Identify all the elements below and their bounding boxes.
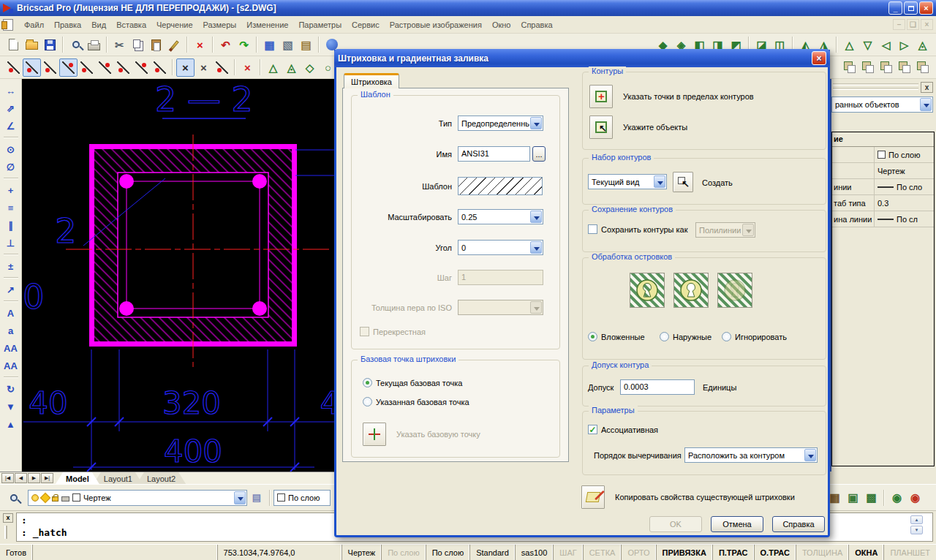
tolerance-input[interactable]: 0.0003 — [620, 379, 695, 395]
render-sphere-icon[interactable]: ◉ — [888, 488, 906, 507]
islands-ignore-label[interactable]: Игнорировать — [735, 333, 787, 341]
current-origin-radio[interactable] — [363, 378, 372, 387]
delete-icon[interactable]: × — [191, 36, 209, 54]
island-ignore-image[interactable] — [717, 273, 752, 308]
mdi-minimize-button[interactable]: – — [893, 19, 905, 30]
drawing-explorer-icon[interactable]: ▦ — [260, 36, 279, 54]
layer-combo[interactable]: Чертеж — [28, 490, 247, 506]
menu-параметры[interactable]: Параметры — [293, 18, 347, 31]
islands-nested-label[interactable]: Вложенные — [601, 333, 645, 341]
island-nested-image[interactable] — [630, 273, 665, 308]
status-toggle-чертеж[interactable]: Чертеж — [341, 545, 382, 560]
panel-grip[interactable] — [833, 83, 918, 86]
open-icon[interactable] — [23, 36, 41, 54]
snap-midpoint-icon[interactable] — [41, 58, 59, 77]
hide-icon[interactable]: ◁ — [877, 36, 895, 54]
tab-scroll-button-2[interactable]: ▶ — [28, 473, 40, 483]
retain-checkbox[interactable] — [588, 224, 597, 234]
menu-черчение[interactable]: Черчение — [151, 18, 198, 31]
dim-tolerance-icon[interactable]: ± — [2, 257, 20, 275]
layer-states-button[interactable]: ▤ — [247, 488, 266, 507]
dim-align-text-icon[interactable]: AA — [2, 339, 20, 357]
undo-icon[interactable]: ↶ — [216, 36, 235, 54]
draworder-front-icon[interactable] — [840, 58, 858, 77]
notes-icon[interactable]: ▤ — [297, 36, 315, 54]
new-icon[interactable] — [4, 36, 23, 54]
tab-scroll-button-3[interactable]: ▶| — [41, 473, 53, 483]
dim-text-icon[interactable]: A — [2, 304, 20, 322]
property-row[interactable]: По слою — [832, 147, 934, 163]
solid-pyramid-icon[interactable]: ◬ — [282, 58, 301, 77]
settings-icon[interactable]: ▧ — [279, 36, 297, 54]
snap-insertion-icon[interactable] — [132, 58, 151, 77]
status-toggle-о-трас[interactable]: О.ТРАС — [754, 545, 796, 560]
menu-правка[interactable]: Правка — [49, 18, 86, 31]
snap-none-icon[interactable]: × — [176, 58, 195, 77]
angle-combo[interactable]: 0 — [458, 240, 543, 255]
hide-sphere-icon[interactable]: ◉ — [906, 488, 924, 507]
scale-combo[interactable]: 0.25 — [458, 209, 543, 224]
status-coordinates[interactable]: 753.1034,74.9764,0 — [217, 545, 341, 560]
status-toggle-standard[interactable]: Standard — [469, 545, 515, 560]
snap-center-icon[interactable] — [59, 58, 78, 77]
cancel-button[interactable]: Отмена — [711, 516, 763, 532]
layer-lock-icon[interactable] — [52, 496, 58, 502]
menu-вставка[interactable]: Вставка — [111, 18, 151, 31]
copy-icon[interactable] — [129, 36, 147, 54]
pattern-swatch[interactable] — [458, 177, 543, 195]
status-toggle-окна[interactable]: ОКНА — [848, 545, 883, 560]
select-objects-label[interactable]: Укажите объекты — [623, 123, 687, 132]
dim-style-icon[interactable]: AA — [2, 357, 20, 374]
snap-intersection-icon[interactable]: × — [195, 58, 213, 77]
solid-box-icon[interactable]: ◇ — [301, 58, 319, 77]
property-value[interactable]: Чертеж — [875, 167, 934, 175]
inherit-properties-label[interactable]: Копировать свойства существующей штрихов… — [615, 493, 795, 502]
boundary-set-combo[interactable]: Текущий вид — [588, 174, 667, 189]
minimize-button[interactable]: _ — [888, 1, 902, 15]
status-toggle-толщина[interactable]: ТОЛЩИНА — [796, 545, 848, 560]
dim-angular-icon[interactable]: ∠ — [2, 117, 20, 135]
property-row[interactable]: ина линииПо сл — [832, 211, 934, 227]
snap-from-icon[interactable] — [4, 58, 23, 77]
chevron-down-icon[interactable] — [530, 211, 542, 223]
selection-combo[interactable]: ранных объектов — [831, 97, 933, 113]
print-icon[interactable] — [85, 36, 103, 54]
chevron-down-icon[interactable] — [234, 491, 246, 504]
menu-растровые-изображения[interactable]: Растровые изображения — [385, 18, 487, 31]
snap-extension-icon[interactable] — [213, 58, 231, 77]
snap-node-icon[interactable] — [151, 58, 169, 77]
layer-on-icon[interactable] — [31, 494, 39, 502]
tab-hatch[interactable]: Штриховка — [344, 73, 399, 88]
specified-origin-label[interactable]: Указанная базовая точка — [376, 398, 469, 406]
dialog-title-bar[interactable]: Штриховка и градиентная заливка × — [334, 49, 830, 67]
dim-continue-icon[interactable]: ∥ — [2, 216, 20, 234]
mdi-restore-button[interactable]: ❏ — [907, 19, 919, 30]
panel-grip[interactable] — [833, 88, 918, 90]
color-combo[interactable]: По слою — [273, 490, 331, 506]
mdi-close-button[interactable]: × — [921, 19, 933, 30]
dim-aligned-icon[interactable]: ⇗ — [2, 99, 20, 117]
paste-icon[interactable] — [147, 36, 165, 54]
draworder-above-icon[interactable] — [877, 58, 895, 77]
panel-close-button[interactable]: x — [921, 82, 933, 93]
status-toggle-по-слою[interactable]: По слою — [381, 545, 426, 560]
tab-scroll-button-0[interactable]: |◀ — [1, 473, 14, 483]
chevron-down-icon[interactable] — [530, 241, 542, 254]
draw-order-combo[interactable]: Расположить за контуром — [684, 447, 818, 463]
close-button[interactable]: × — [919, 1, 933, 15]
snap-endpoint-icon[interactable] — [23, 58, 41, 77]
solid-tetrahedron-icon[interactable]: △ — [264, 58, 282, 77]
status-toggle-привязка[interactable]: ПРИВЯЗКА — [656, 545, 712, 560]
property-value[interactable]: По сло — [875, 183, 934, 192]
save-icon[interactable] — [41, 36, 59, 54]
menu-сервис[interactable]: Сервис — [347, 18, 385, 31]
menu-вид[interactable]: Вид — [86, 18, 111, 31]
tab-layout2[interactable]: Layout2 — [137, 472, 186, 484]
inherit-properties-button[interactable] — [581, 485, 605, 509]
property-row[interactable]: таб типа0.3 — [832, 195, 934, 211]
restore-button[interactable] — [904, 1, 918, 15]
menu-размеры[interactable]: Размеры — [198, 18, 242, 31]
status-toggle-по-слою[interactable]: По слою — [426, 545, 470, 560]
property-value[interactable]: По слою — [875, 151, 934, 159]
select-objects-button[interactable]: ↖ — [589, 116, 613, 139]
